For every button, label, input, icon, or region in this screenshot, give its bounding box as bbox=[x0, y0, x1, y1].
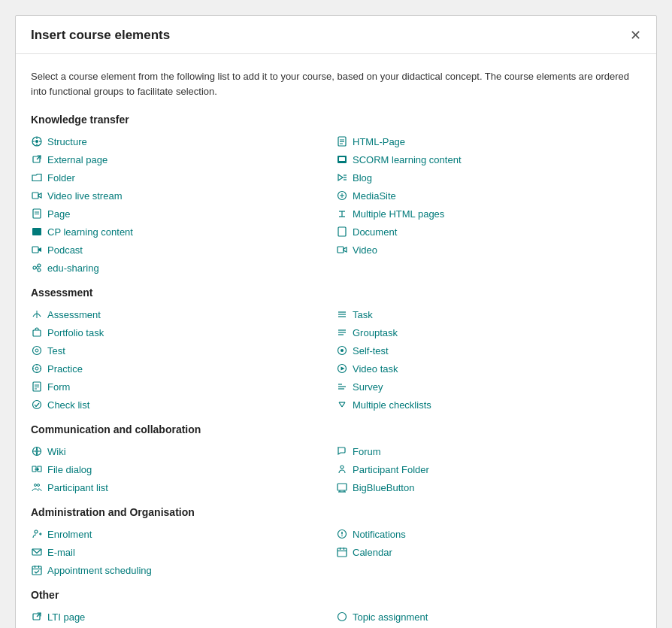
link-test[interactable]: Test bbox=[31, 342, 336, 359]
bigbluebutton-label: BigBlueButton bbox=[353, 482, 414, 493]
form-label: Form bbox=[47, 381, 70, 393]
enrolment-icon bbox=[31, 528, 43, 540]
portfolio-task-icon bbox=[31, 326, 43, 338]
link-page[interactable]: Page bbox=[31, 205, 336, 222]
lti-page-icon bbox=[31, 611, 43, 623]
link-video[interactable]: Video bbox=[336, 241, 641, 258]
svg-point-101 bbox=[338, 613, 347, 621]
link-self-test[interactable]: Self-test bbox=[336, 342, 641, 359]
svg-rect-95 bbox=[32, 566, 41, 575]
video-task-icon bbox=[336, 363, 348, 375]
svg-line-69 bbox=[342, 402, 345, 407]
close-button[interactable]: ✕ bbox=[630, 29, 641, 42]
link-assessment[interactable]: Assessment bbox=[31, 306, 336, 323]
insert-course-elements-modal: Insert course elements ✕ Select a course… bbox=[15, 15, 657, 628]
other-grid: LTI page Topic assignment Link list bbox=[31, 608, 641, 628]
svg-point-48 bbox=[33, 347, 41, 355]
svg-rect-29 bbox=[32, 228, 41, 235]
link-file-dialog[interactable]: File dialog bbox=[31, 461, 336, 478]
self-test-icon bbox=[336, 344, 348, 356]
wiki-icon bbox=[31, 445, 43, 457]
svg-point-66 bbox=[33, 401, 41, 409]
link-email[interactable]: E-mail bbox=[31, 544, 336, 560]
svg-point-52 bbox=[33, 365, 41, 373]
link-cp-learning[interactable]: CP learning content bbox=[31, 223, 336, 240]
link-wiki[interactable]: Wiki bbox=[31, 443, 336, 460]
intro-text: Select a course element from the followi… bbox=[31, 69, 641, 99]
link-forum[interactable]: Forum bbox=[336, 443, 641, 460]
appointment-icon bbox=[31, 564, 43, 576]
link-participant-folder[interactable]: Participant Folder bbox=[336, 461, 641, 478]
link-html-page[interactable]: HTML-Page bbox=[336, 133, 641, 150]
link-check-list[interactable]: Check list bbox=[31, 396, 336, 413]
link-enrolment[interactable]: Enrolment bbox=[31, 526, 336, 542]
grouptask-icon bbox=[336, 326, 348, 338]
page-label: Page bbox=[47, 208, 70, 220]
podcast-label: Podcast bbox=[47, 244, 83, 256]
edu-sharing-icon bbox=[31, 262, 43, 274]
scorm-icon bbox=[336, 153, 348, 165]
link-blog[interactable]: Blog bbox=[336, 169, 641, 186]
link-lti-page[interactable]: LTI page bbox=[31, 608, 336, 625]
svg-point-83 bbox=[35, 530, 38, 533]
section-other: Other LTI page Topic assignment bbox=[31, 589, 641, 628]
section-title-communication: Communication and collaboration bbox=[31, 423, 641, 435]
section-title-admin: Administration and Organisation bbox=[31, 506, 641, 518]
link-external-page[interactable]: External page bbox=[31, 151, 336, 168]
portfolio-task-label: Portfolio task bbox=[47, 327, 104, 338]
svg-rect-33 bbox=[338, 247, 344, 253]
edu-sharing-label: edu-sharing bbox=[47, 262, 99, 274]
modal-title: Insert course elements bbox=[31, 28, 170, 43]
svg-point-36 bbox=[38, 264, 41, 267]
check-list-label: Check list bbox=[47, 399, 89, 411]
link-calendar[interactable]: Calendar bbox=[336, 544, 641, 560]
external-page-icon bbox=[31, 153, 43, 165]
link-folder[interactable]: Folder bbox=[31, 169, 336, 186]
task-label: Task bbox=[353, 309, 373, 320]
check-list-icon bbox=[31, 399, 43, 411]
structure-icon bbox=[31, 135, 43, 147]
cp-learning-icon bbox=[31, 226, 43, 238]
svg-marker-58 bbox=[341, 367, 345, 371]
link-appointment[interactable]: Appointment scheduling bbox=[31, 562, 336, 578]
practice-icon bbox=[31, 363, 43, 375]
link-multiple-html[interactable]: Multiple HTML pages bbox=[336, 205, 641, 222]
link-video-live[interactable]: Video live stream bbox=[31, 187, 336, 204]
link-bigbluebutton[interactable]: BigBlueButton bbox=[336, 479, 641, 496]
svg-rect-91 bbox=[338, 548, 347, 557]
section-communication: Communication and collaboration Wiki For… bbox=[31, 423, 641, 496]
link-notifications[interactable]: Notifications bbox=[336, 526, 641, 542]
html-page-label: HTML-Page bbox=[353, 136, 405, 147]
svg-rect-31 bbox=[32, 247, 38, 253]
link-podcast[interactable]: Podcast bbox=[31, 241, 336, 258]
test-label: Test bbox=[47, 345, 65, 356]
link-mediasite[interactable]: MediaSite bbox=[336, 187, 641, 204]
link-task[interactable]: Task bbox=[336, 306, 641, 323]
link-structure[interactable]: Structure bbox=[31, 133, 336, 150]
blog-icon bbox=[336, 171, 348, 184]
grouptask-label: Grouptask bbox=[353, 327, 398, 338]
link-video-task[interactable]: Video task bbox=[336, 360, 641, 377]
link-topic-assignment[interactable]: Topic assignment bbox=[336, 608, 641, 625]
link-participant-list[interactable]: Participant list bbox=[31, 479, 336, 496]
form-icon bbox=[31, 381, 43, 393]
svg-line-68 bbox=[339, 402, 342, 407]
link-grouptask[interactable]: Grouptask bbox=[336, 324, 641, 341]
svg-rect-30 bbox=[338, 227, 346, 236]
link-survey[interactable]: Survey bbox=[336, 378, 641, 395]
assessment-grid: Assessment Task Portfolio task bbox=[31, 306, 641, 413]
link-multiple-checklists[interactable]: Multiple checklists bbox=[336, 396, 641, 413]
link-edu-sharing[interactable]: edu-sharing bbox=[31, 259, 336, 276]
video-live-label: Video live stream bbox=[47, 190, 122, 202]
svg-line-38 bbox=[36, 266, 38, 268]
structure-label: Structure bbox=[47, 136, 87, 147]
admin-grid: Enrolment Notifications E-mail bbox=[31, 526, 641, 578]
link-document[interactable]: Document bbox=[336, 223, 641, 240]
email-icon bbox=[31, 546, 43, 558]
link-practice[interactable]: Practice bbox=[31, 360, 336, 377]
assessment-icon bbox=[31, 308, 43, 320]
link-scorm[interactable]: SCORM learning content bbox=[336, 151, 641, 168]
video-task-label: Video task bbox=[353, 363, 398, 375]
link-portfolio-task[interactable]: Portfolio task bbox=[31, 324, 336, 341]
link-form[interactable]: Form bbox=[31, 378, 336, 395]
